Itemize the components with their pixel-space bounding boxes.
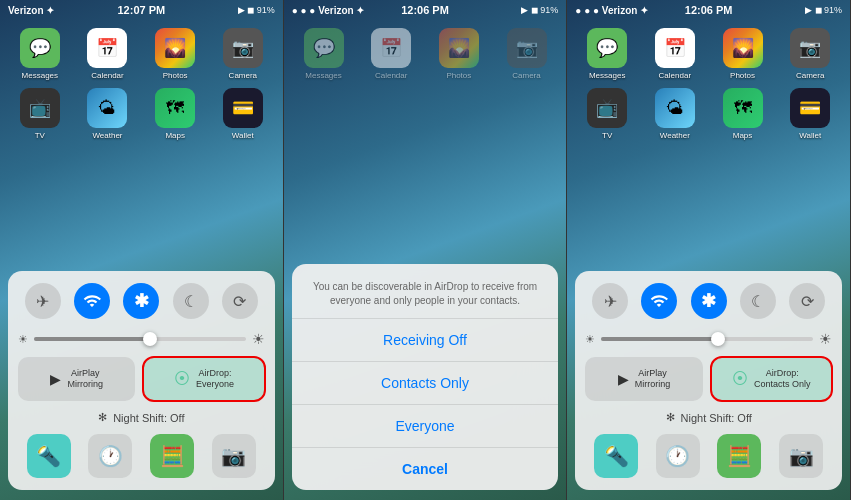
right-wifi-button[interactable] xyxy=(641,283,677,319)
right-panel: ● ● ● Verizon ✦ 12:06 PM ▶ ◼ 91% 💬 Messa… xyxy=(567,0,851,500)
airdrop-receiving-off-option[interactable]: Receiving Off xyxy=(292,319,559,362)
airplay-icon: ▶ xyxy=(50,371,61,387)
right-clock-button[interactable]: 🕐 xyxy=(656,434,700,478)
left-app-photos: 🌄 Photos xyxy=(145,28,205,80)
left-brightness-fill xyxy=(34,337,150,341)
camera-cc-button[interactable]: 📷 xyxy=(212,434,256,478)
left-control-center: ✈ ✱ ☾ ⟳ ☀ ☀ ▶ AirPlayMirroring xyxy=(8,271,275,490)
brightness-low-icon: ☀ xyxy=(18,333,28,346)
maps-icon: 🗺 xyxy=(155,88,195,128)
calendar-label: Calendar xyxy=(91,71,123,80)
mid-photos-icon: 🌄 xyxy=(439,28,479,68)
airplane-mode-button[interactable]: ✈ xyxy=(25,283,61,319)
mid-calendar-icon: 📅 xyxy=(371,28,411,68)
right-brightness-slider-row: ☀ ☀ xyxy=(585,331,832,347)
middle-panel: ● ● ● Verizon ✦ 12:06 PM ▶ ◼ 91% 💬 Messa… xyxy=(284,0,568,500)
wallet-label: Wallet xyxy=(232,131,254,140)
messages-label: Messages xyxy=(22,71,58,80)
middle-app-grid: 💬 Messages 📅 Calendar 🌄 Photos 📷 Camera xyxy=(284,20,567,88)
right-brightness-thumb[interactable] xyxy=(711,332,725,346)
right-dnd-button[interactable]: ☾ xyxy=(740,283,776,319)
right-control-center: ✈ ✱ ☾ ⟳ ☀ ☀ ▶ AirPlayMirroring ⦿ xyxy=(575,271,842,490)
mid-messages-icon: 💬 xyxy=(304,28,344,68)
left-app-wallet: 💳 Wallet xyxy=(213,88,273,140)
left-brightness-track[interactable] xyxy=(34,337,246,341)
left-night-shift-row[interactable]: ✻ Night Shift: Off xyxy=(18,411,265,424)
right-app-calendar: 📅 Calendar xyxy=(645,28,705,80)
right-toggle-row: ✈ ✱ ☾ ⟳ xyxy=(585,283,832,319)
do-not-disturb-button[interactable]: ☾ xyxy=(173,283,209,319)
left-toggle-row: ✈ ✱ ☾ ⟳ xyxy=(18,283,265,319)
right-night-shift-row[interactable]: ✻ Night Shift: Off xyxy=(585,411,832,424)
airdrop-cancel-option[interactable]: Cancel xyxy=(292,448,559,490)
mid-photos-label: Photos xyxy=(446,71,471,80)
rotation-lock-button[interactable]: ⟳ xyxy=(222,283,258,319)
weather-icon: 🌤 xyxy=(87,88,127,128)
right-night-shift-icon: ✻ xyxy=(666,411,675,424)
right-airdrop-button[interactable]: ⦿ AirDrop:Contacts Only xyxy=(711,357,832,401)
right-messages-icon: 💬 xyxy=(587,28,627,68)
right-maps-label: Maps xyxy=(733,131,753,140)
right-airplay-icon: ▶ xyxy=(618,371,629,387)
right-camera-cc-button[interactable]: 📷 xyxy=(779,434,823,478)
left-app-weather: 🌤 Weather xyxy=(78,88,138,140)
middle-app-photos: 🌄 Photos xyxy=(429,28,489,80)
right-tv-icon: 📺 xyxy=(587,88,627,128)
right-carrier: ● ● ● Verizon ✦ xyxy=(575,5,648,16)
left-brightness-thumb[interactable] xyxy=(143,332,157,346)
right-brightness-fill xyxy=(601,337,717,341)
airdrop-everyone-option[interactable]: Everyone xyxy=(292,405,559,448)
tv-icon: 📺 xyxy=(20,88,60,128)
right-calendar-icon: 📅 xyxy=(655,28,695,68)
mid-calendar-label: Calendar xyxy=(375,71,407,80)
camera-label: Camera xyxy=(229,71,257,80)
right-bluetooth-button[interactable]: ✱ xyxy=(691,283,727,319)
flashlight-button[interactable]: 🔦 xyxy=(27,434,71,478)
right-app-messages: 💬 Messages xyxy=(577,28,637,80)
right-wallet-label: Wallet xyxy=(799,131,821,140)
left-brightness-slider-row: ☀ ☀ xyxy=(18,331,265,347)
airplay-button[interactable]: ▶ AirPlayMirroring xyxy=(18,357,135,401)
left-app-camera: 📷 Camera xyxy=(213,28,273,80)
right-airplay-button[interactable]: ▶ AirPlayMirroring xyxy=(585,357,702,401)
middle-app-camera: 📷 Camera xyxy=(497,28,557,80)
right-time: 12:06 PM xyxy=(685,4,733,16)
right-weather-label: Weather xyxy=(660,131,690,140)
right-brightness-high-icon: ☀ xyxy=(819,331,832,347)
airdrop-contacts-only-option[interactable]: Contacts Only xyxy=(292,362,559,405)
airdrop-button[interactable]: ⦿ AirDrop:Everyone xyxy=(143,357,264,401)
right-brightness-track[interactable] xyxy=(601,337,813,341)
right-night-shift-label: Night Shift: Off xyxy=(681,412,752,424)
right-calendar-label: Calendar xyxy=(659,71,691,80)
right-airdrop-label: AirDrop:Contacts Only xyxy=(754,368,811,390)
right-flashlight-button[interactable]: 🔦 xyxy=(594,434,638,478)
photos-icon: 🌄 xyxy=(155,28,195,68)
left-panel: Verizon ✦ 12:07 PM ▶ ◼ 91% 💬 Messages 📅 … xyxy=(0,0,284,500)
right-calculator-button[interactable]: 🧮 xyxy=(717,434,761,478)
wifi-button[interactable] xyxy=(74,283,110,319)
middle-status-bar: ● ● ● Verizon ✦ 12:06 PM ▶ ◼ 91% xyxy=(284,0,567,20)
right-rotation-button[interactable]: ⟳ xyxy=(789,283,825,319)
calculator-button[interactable]: 🧮 xyxy=(150,434,194,478)
left-night-shift-label: Night Shift: Off xyxy=(113,412,184,424)
airdrop-label: AirDrop:Everyone xyxy=(196,368,234,390)
bluetooth-button[interactable]: ✱ xyxy=(123,283,159,319)
right-wallet-icon: 💳 xyxy=(790,88,830,128)
left-app-maps: 🗺 Maps xyxy=(145,88,205,140)
clock-button[interactable]: 🕐 xyxy=(88,434,132,478)
left-carrier: Verizon ✦ xyxy=(8,5,54,16)
right-app-maps: 🗺 Maps xyxy=(713,88,773,140)
right-brightness-low-icon: ☀ xyxy=(585,333,595,346)
left-app-messages: 💬 Messages xyxy=(10,28,70,80)
airdrop-popup-description: You can be discoverable in AirDrop to re… xyxy=(292,264,559,318)
right-actions-row: ▶ AirPlayMirroring ⦿ AirDrop:Contacts On… xyxy=(585,357,832,401)
right-app-weather: 🌤 Weather xyxy=(645,88,705,140)
right-airplane-button[interactable]: ✈ xyxy=(592,283,628,319)
left-battery: ▶ ◼ 91% xyxy=(238,5,275,15)
maps-label: Maps xyxy=(165,131,185,140)
right-camera-label: Camera xyxy=(796,71,824,80)
right-airplay-label: AirPlayMirroring xyxy=(635,368,671,390)
middle-time: 12:06 PM xyxy=(401,4,449,16)
photos-label: Photos xyxy=(163,71,188,80)
middle-battery: ▶ ◼ 91% xyxy=(521,5,558,15)
